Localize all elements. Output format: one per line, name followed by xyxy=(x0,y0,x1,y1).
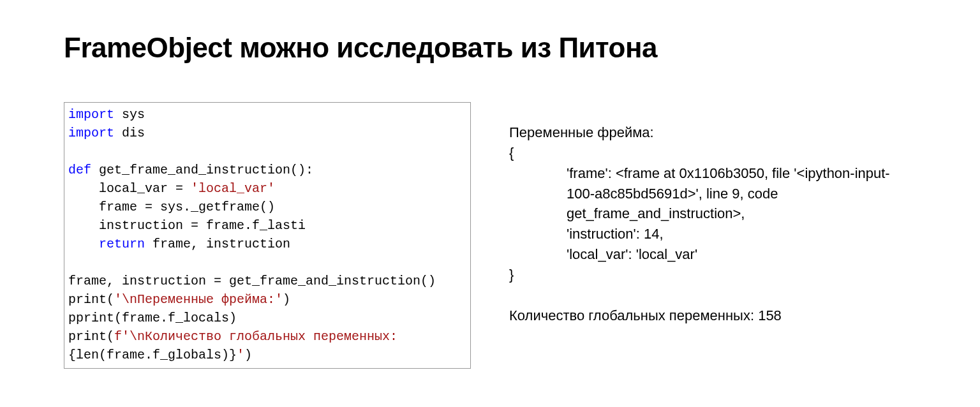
slide: FrameObject можно исследовать из Питона … xyxy=(0,0,980,407)
keyword-def: def xyxy=(68,163,91,177)
keyword-import: import xyxy=(68,126,114,140)
code-text: ) xyxy=(244,348,252,362)
code-text: frame, instruction = get_frame_and_instr… xyxy=(68,274,436,288)
slide-title: FrameObject можно исследовать из Питона xyxy=(64,32,916,64)
code-text: dis xyxy=(114,126,145,140)
fstring-prefix: f'\n xyxy=(114,329,145,344)
output-globals-line: Количество глобальных переменных: 158 xyxy=(509,307,782,323)
output-localvar-line: 'local_var': 'local_var' xyxy=(509,244,916,265)
output-brace-open: { xyxy=(509,145,514,161)
keyword-return: return xyxy=(99,237,145,251)
fstring-text: Количество глобальных переменных: xyxy=(145,329,405,344)
keyword-import: import xyxy=(68,107,114,122)
code-block: import sys import dis def get_frame_and_… xyxy=(64,102,471,369)
code-text: pprint(frame.f_locals) xyxy=(68,311,237,325)
output-block: Переменные фрейма: { 'frame': <frame at … xyxy=(509,102,916,346)
fstring-expr: {len(frame.f_globals)} xyxy=(68,348,237,362)
code-text: sys xyxy=(114,107,145,122)
code-text: local_var = xyxy=(68,181,191,196)
output-brace-close: } xyxy=(509,267,514,283)
code-text xyxy=(68,237,99,251)
string-literal: 'local_var' xyxy=(191,181,275,196)
output-instruction-line: 'instruction': 14, xyxy=(509,224,916,244)
string-literal: ' xyxy=(237,348,244,362)
code-text: frame = sys._getframe() xyxy=(68,200,275,214)
content-columns: import sys import dis def get_frame_and_… xyxy=(64,102,916,369)
code-text: instruction = frame.f_lasti xyxy=(68,218,306,233)
output-header: Переменные фрейма: xyxy=(509,124,654,140)
output-frame-line: 'frame': <frame at 0x1106b3050, file '<i… xyxy=(509,163,916,225)
code-text: ) xyxy=(283,292,290,307)
code-text: frame, instruction xyxy=(145,237,290,251)
string-literal: '\nПеременные фрейма:' xyxy=(114,292,283,307)
code-text: print( xyxy=(68,329,114,344)
code-text: print( xyxy=(68,292,114,307)
code-text: get_frame_and_instruction(): xyxy=(91,163,313,177)
